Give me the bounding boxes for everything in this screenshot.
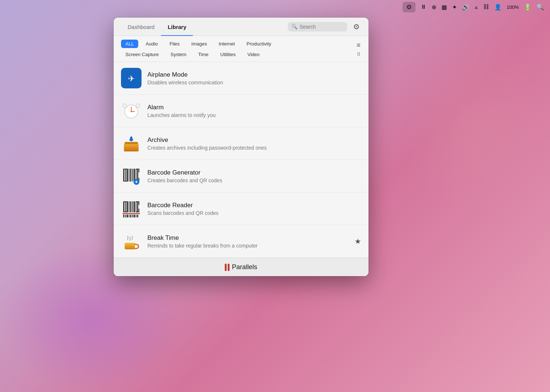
svg-rect-38 <box>132 201 133 212</box>
svg-point-3 <box>123 104 126 107</box>
pause-icon[interactable]: ⏸ <box>421 4 426 10</box>
list-item[interactable]: Archive Creates archives including passw… <box>114 127 368 160</box>
svg-rect-43 <box>123 201 124 205</box>
view-buttons: ≡ ⁞⁞ <box>356 41 361 57</box>
tab-bar: Dashboard Library <box>121 18 193 36</box>
list-item[interactable]: Barcode Reader Scans barcodes and QR cod… <box>114 193 368 225</box>
item-text: Alarm Launches alarms to notify you <box>147 104 361 118</box>
feather-icon[interactable]: ✦ <box>452 4 457 11</box>
filter-internet[interactable]: Internet <box>214 40 239 48</box>
item-desc: Launches alarms to notify you <box>147 112 361 118</box>
filter-images[interactable]: Images <box>187 40 212 48</box>
item-title: Barcode Generator <box>147 169 361 176</box>
svg-point-7 <box>131 111 132 112</box>
svg-rect-41 <box>137 201 138 212</box>
search-bar[interactable]: 🔍 <box>288 22 347 32</box>
user-icon[interactable]: 👤 <box>494 4 502 11</box>
filter-bar: ALL Audio Files Images Internet Producti… <box>114 36 368 62</box>
filter-row-1: ALL Audio Files Images Internet Producti… <box>121 40 356 48</box>
filter-time[interactable]: Time <box>194 50 213 59</box>
list-item[interactable]: Barcode Generator Creates barcodes and Q… <box>114 160 368 193</box>
svg-rect-34 <box>125 201 126 212</box>
parallels-logo-text: Parallels <box>232 263 257 271</box>
svg-text:✈: ✈ <box>128 74 135 83</box>
svg-rect-59 <box>137 215 138 217</box>
svg-rect-40 <box>136 201 136 212</box>
filter-files[interactable]: Files <box>165 40 184 48</box>
window-header: Dashboard Library 🔍 ⚙ <box>114 18 368 36</box>
svg-rect-52 <box>125 215 126 217</box>
search-input[interactable] <box>300 24 344 30</box>
volume-icon[interactable]: 🔊 <box>462 4 469 11</box>
filter-utilities[interactable]: Utilities <box>216 50 240 59</box>
svg-rect-27 <box>123 178 124 182</box>
svg-rect-57 <box>133 215 135 217</box>
item-desc: Disables wireless communication <box>147 80 361 85</box>
filter-screen-capture[interactable]: Screen Capture <box>121 50 163 59</box>
svg-rect-12 <box>130 137 132 141</box>
svg-rect-14 <box>125 169 126 182</box>
grid-view-button[interactable]: ⁞⁞ <box>356 51 361 57</box>
svg-rect-25 <box>139 169 139 172</box>
battery-text: 100% <box>507 4 519 10</box>
item-title: Barcode Reader <box>147 202 361 209</box>
svg-rect-61 <box>125 243 135 249</box>
menubar: ⚙︎ ⏸ ⊕ ▦ ✦ 🔊 ⟁ ⛓ 👤 100% 🔋 🔍 <box>0 0 550 14</box>
item-desc: Creates archives including password-prot… <box>147 145 361 151</box>
filter-audio[interactable]: Audio <box>141 40 162 48</box>
svg-rect-51 <box>123 215 124 217</box>
item-text: Break Time Reminds to take regular break… <box>147 234 349 249</box>
link-icon[interactable]: ⛓ <box>483 4 489 10</box>
star-icon[interactable]: ★ <box>355 237 361 246</box>
barcode-generator-icon <box>121 166 142 186</box>
svg-rect-18 <box>132 169 133 182</box>
bluetooth-icon[interactable]: ⟁ <box>474 4 478 10</box>
filter-video[interactable]: Video <box>243 50 264 59</box>
svg-rect-39 <box>133 201 135 212</box>
svg-rect-45 <box>139 201 139 205</box>
layers-icon[interactable]: ⊕ <box>432 4 436 11</box>
svg-rect-10 <box>125 142 138 144</box>
item-text: Barcode Reader Scans barcodes and QR cod… <box>147 202 361 216</box>
filter-productivity[interactable]: Productivity <box>242 40 276 48</box>
svg-rect-16 <box>129 169 129 182</box>
item-title: Airplane Mode <box>147 71 361 78</box>
svg-rect-36 <box>129 201 129 212</box>
svg-point-4 <box>136 104 140 107</box>
svg-rect-37 <box>130 201 131 212</box>
window-footer: Parallels <box>114 258 368 276</box>
parallels-logo: Parallels <box>225 263 257 271</box>
calendar-icon[interactable]: ▦ <box>441 4 447 11</box>
item-desc: Scans barcodes and QR codes <box>147 210 361 216</box>
item-title: Archive <box>147 136 361 144</box>
item-desc: Reminds to take regular breaks from a co… <box>147 243 349 249</box>
gear-button[interactable]: ⚙ <box>352 21 361 33</box>
svg-rect-9 <box>124 143 139 151</box>
svg-rect-55 <box>130 215 131 217</box>
tools-icon[interactable]: ⚙︎ <box>403 2 415 12</box>
filter-all[interactable]: ALL <box>121 40 138 48</box>
item-title: Break Time <box>147 234 349 242</box>
svg-rect-32 <box>136 181 137 183</box>
filter-system[interactable]: System <box>166 50 191 59</box>
list-item[interactable]: ✈ Airplane Mode Disables wireless commun… <box>114 62 368 95</box>
svg-rect-23 <box>123 169 124 172</box>
list-item[interactable]: Break Time Reminds to take regular break… <box>114 225 368 258</box>
svg-rect-50 <box>122 213 140 214</box>
header-right: 🔍 ⚙ <box>288 21 361 33</box>
list-item[interactable]: Alarm Launches alarms to notify you <box>114 95 368 127</box>
svg-rect-56 <box>132 215 133 217</box>
search-menubar-icon[interactable]: 🔍 <box>536 3 544 11</box>
list-view-button[interactable]: ≡ <box>356 41 361 49</box>
battery-icon: 🔋 <box>524 4 531 11</box>
svg-rect-17 <box>130 169 131 182</box>
svg-rect-53 <box>126 215 128 217</box>
tab-library[interactable]: Library <box>161 18 193 36</box>
break-time-icon <box>121 231 142 252</box>
item-text: Archive Creates archives including passw… <box>147 136 361 151</box>
svg-rect-49 <box>139 209 139 212</box>
filter-chips: ALL Audio Files Images Internet Producti… <box>121 40 356 59</box>
tab-dashboard[interactable]: Dashboard <box>121 18 161 36</box>
svg-rect-35 <box>126 201 128 212</box>
svg-rect-47 <box>123 209 124 212</box>
